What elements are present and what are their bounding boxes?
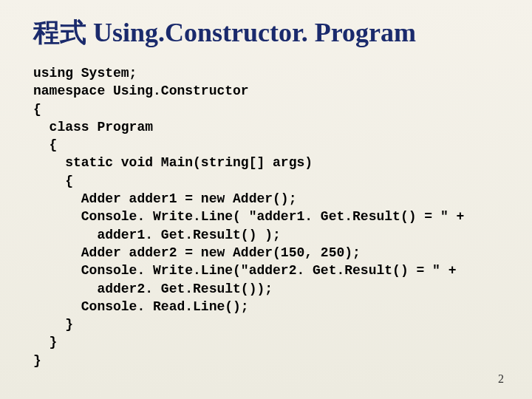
slide: 程式 Using.Constructor. Program using Syst… [0, 0, 532, 384]
page-number: 2 [498, 372, 504, 386]
code-block: using System; namespace Using.Constructo… [33, 64, 502, 369]
slide-title: 程式 Using.Constructor. Program [33, 15, 502, 51]
